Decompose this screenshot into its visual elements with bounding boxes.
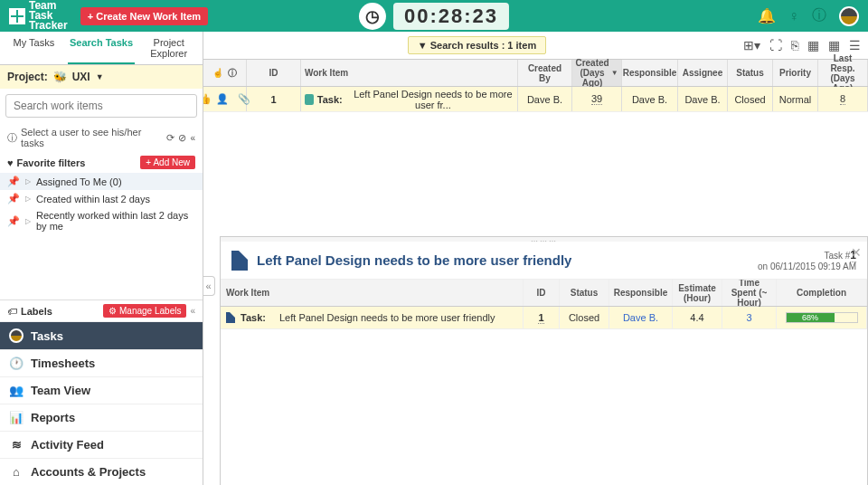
labels-title: Labels [21,306,52,317]
col-assignee[interactable]: Assignee [678,60,728,86]
col-last-resp[interactable]: Last Resp. (Days Ago) [818,60,868,86]
clock-icon: 🕐 [9,357,24,370]
dcol-estimate[interactable]: Estimate (Hour) [673,280,722,306]
user-icon[interactable]: 👤 [216,93,229,105]
col-id[interactable]: ID [247,60,301,86]
col-responsible[interactable]: Responsible [622,60,678,86]
col-created-by[interactable]: Created By [518,60,572,86]
dcol-responsible[interactable]: Responsible [609,280,673,306]
nav-timesheets[interactable]: 🕐Timesheets [0,349,203,376]
info-icon[interactable]: ⓘ [228,67,237,80]
timer-value: 00:28:23 [393,3,509,30]
bulb-icon[interactable]: ♀ [788,8,799,24]
columns-icon[interactable]: ⊞▾ [743,38,760,52]
col-work-item[interactable]: Work Item [301,60,518,86]
clock-icon[interactable]: ◷ [359,3,386,30]
clear-icon[interactable]: ⊘ [178,132,186,144]
results-toolbar: ▼ Search results : 1 item ⊞▾ ⛶ ⎘ ▦ ▦ ☰ [203,32,868,60]
row-name: Left Panel Design needs to be more user … [353,89,514,110]
doc-icon [231,251,248,271]
table-row[interactable]: 👍👤📎 1 Task: Left Panel Design needs to b… [203,87,868,112]
hand-icon[interactable]: ☝ [212,68,223,78]
dcol-time-spent[interactable]: Time Spent (~ Hour) [722,280,777,306]
drow-id: 1 [538,312,543,324]
collapse-icon[interactable]: « [190,133,195,143]
chevron-down-icon[interactable]: ▼ [96,72,104,81]
progress-bar: 68% [786,312,858,323]
filter-recent-2days[interactable]: 📌▷Recently worked within last 2 days by … [0,207,203,234]
export-excel-icon[interactable]: ▦ [807,38,819,52]
row-created-by: Dave B. [518,87,572,111]
detail-meta: Task #1 on 06/11/2015 09:19 AM [758,249,856,271]
drow-estimate: 4.4 [673,307,722,328]
detail-title: Left Panel Design needs to be more user … [257,252,571,268]
dcol-work-item[interactable]: Work Item [221,280,524,306]
crop-icon[interactable]: ⛶ [769,38,782,52]
collapse-handle[interactable]: « [203,276,215,296]
export-pdf-icon[interactable]: ⎘ [791,38,798,52]
task-type-icon [305,94,314,105]
pin-icon: 📌 [7,193,20,204]
detail-grid-header: Work Item ID Status Responsible Estimate… [221,280,867,307]
info-icon[interactable]: ⓘ [812,6,826,25]
select-user-hint: ⓘ Select a user to see his/her tasks ⟳ ⊘… [0,123,203,152]
project-selector-row: Project: 🐝 UXI ▼ [0,65,203,89]
filter-assigned-to-me[interactable]: 📌▷Assigned To Me (0) [0,173,203,190]
col-priority[interactable]: Priority [773,60,818,86]
thumbs-up-icon[interactable]: 👍 [203,93,212,105]
project-name[interactable]: UXI [72,71,90,83]
sort-desc-icon: ▼ [611,69,618,77]
project-label: Project: [7,71,48,83]
dcol-id[interactable]: ID [524,280,560,306]
pin-icon: 📌 [7,176,20,187]
team-icon: 👥 [9,384,24,397]
search-input[interactable] [5,94,197,118]
grid-header: ☝ⓘ ID Work Item Created By Created (Days… [203,60,868,87]
feed-icon: ≋ [9,438,24,452]
favorite-filters-label: Favorite filters [17,157,86,168]
tab-search-tasks[interactable]: Search Tasks [68,32,136,64]
col-created-days[interactable]: Created (Days Ago)▼ [572,60,622,86]
heart-icon: ♥ [7,157,14,168]
drow-status: Closed [560,307,609,328]
app-name: Team Task Tracker [29,1,68,31]
nav-tasks[interactable]: Tasks [0,321,203,349]
dcol-status[interactable]: Status [560,280,609,306]
drow-name: Left Panel Design needs to be more user … [279,312,495,323]
search-results-badge[interactable]: ▼ Search results : 1 item [408,36,546,54]
drow-responsible[interactable]: Dave B. [623,312,658,323]
app-header: Team Task Tracker + Create New Work Item… [0,0,868,32]
chart-icon: 📊 [9,411,24,424]
logo-icon [9,8,25,24]
create-work-item-button[interactable]: + Create New Work Item [80,7,208,25]
avatar[interactable] [839,6,859,26]
manage-labels-button[interactable]: ⚙ Manage Labels [103,304,186,318]
main-panel: ▼ Search results : 1 item ⊞▾ ⛶ ⎘ ▦ ▦ ☰ ☝… [203,32,868,485]
close-icon[interactable]: ✕ [851,245,862,260]
avatar-icon [9,328,24,343]
row-last-resp: 8 [840,93,845,105]
add-filter-button[interactable]: + Add New [140,156,195,169]
nav-team-view[interactable]: 👥Team View [0,376,203,404]
tab-my-tasks[interactable]: My Tasks [0,32,68,64]
row-created-days: 39 [591,93,602,105]
list-view-icon[interactable]: ☰ [849,38,861,52]
row-id: 1 [270,94,276,105]
col-status[interactable]: Status [728,60,773,86]
row-status: Closed [728,87,773,111]
nav-activity-feed[interactable]: ≋Activity Feed [0,431,203,458]
home-icon: ⌂ [9,465,24,479]
refresh-icon[interactable]: ⟳ [166,132,175,144]
app-logo: Team Task Tracker [9,1,68,31]
nav-accounts[interactable]: ⌂Accounts & Projects [0,458,203,485]
nav-reports[interactable]: 📊Reports [0,404,203,431]
grid-view-icon[interactable]: ▦ [828,38,840,52]
drow-time-spent[interactable]: 3 [746,312,751,323]
detail-row[interactable]: Task: Left Panel Design needs to be more… [221,307,867,329]
tag-icon: 🏷 [7,306,17,317]
tab-project-explorer[interactable]: Project Explorer [135,32,203,64]
filter-created-2days[interactable]: 📌▷Created within last 2 days [0,190,203,207]
dcol-completion[interactable]: Completion [777,280,867,306]
bell-icon[interactable]: 🔔 [758,7,776,24]
collapse-icon[interactable]: « [190,306,195,316]
